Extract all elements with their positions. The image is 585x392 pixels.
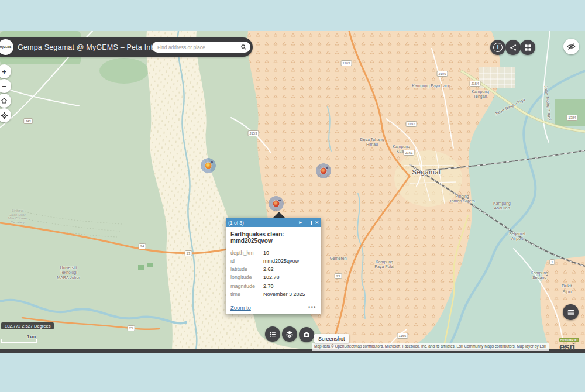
popup-field-row: latitude2.62 (230, 266, 316, 273)
popup-field-value: 102.78 (263, 274, 280, 281)
attribute-table-button[interactable] (563, 304, 579, 320)
more-options-icon[interactable]: ••• (308, 304, 316, 310)
road-shield: 23 (185, 250, 192, 256)
screenshot-button[interactable] (299, 327, 314, 342)
search-icon[interactable] (236, 42, 250, 53)
legend-list-icon (269, 331, 277, 338)
popup-field-row: depth_km10 (230, 250, 316, 256)
popup-dock-icon[interactable] (307, 221, 312, 225)
plus-icon: + (2, 67, 6, 76)
road-shield: 1163 (341, 60, 352, 66)
zoom-to-link[interactable]: Zoom to (230, 304, 251, 311)
popup-header: (1 of 3) ► × (226, 218, 321, 227)
road-shield: J43 (23, 118, 33, 124)
crosshair-icon (1, 112, 8, 119)
info-button[interactable]: i (490, 40, 505, 55)
popup-pointer (273, 212, 285, 218)
camera-icon (302, 331, 311, 339)
apps-button[interactable] (520, 40, 535, 55)
popup-field-label: latitude (230, 266, 263, 273)
scale-label: 1km (27, 334, 36, 339)
hide-ui-button[interactable] (563, 39, 579, 54)
eye-slash-icon (567, 42, 576, 51)
popup-title: Earthquakes clean: mmd2025qvow (230, 230, 316, 247)
popup-field-row: timeNovember 3 2025 (230, 291, 316, 298)
road-shield: J154 (469, 81, 480, 87)
page-title: Gempa Segamat @ MyGEMS – Peta Interaktif (18, 37, 174, 57)
scale-bar (1, 339, 37, 343)
popup-field-value: 2.70 (263, 283, 274, 290)
road-shield: 24 (139, 243, 146, 249)
apps-grid-icon (524, 44, 532, 51)
share-icon (510, 44, 517, 51)
minus-icon: − (2, 82, 6, 91)
popup-field-row: idmmd2025qvow (230, 258, 316, 264)
popup-field-row: longitude102.78 (230, 274, 316, 281)
popup-field-label: id (230, 258, 263, 264)
search-box (152, 42, 250, 53)
search-input[interactable] (152, 44, 236, 50)
popup-field-value: 10 (263, 250, 269, 256)
home-icon (1, 97, 8, 104)
popup-field-label: magnitude (230, 283, 263, 290)
popup-next-icon[interactable]: ► (298, 221, 303, 225)
screenshot-tooltip: Screenshot (314, 334, 349, 343)
header-bar: Gempa Segamat @ MyGEMS – Peta Interaktif (0, 37, 253, 57)
esri-logo: POWERED BY esri (559, 333, 579, 352)
coordinates-readout: 102.772 2.527 Degrees (1, 322, 54, 329)
popup-field-label: time (230, 291, 263, 298)
legend-button[interactable] (265, 326, 280, 342)
layers-icon (285, 330, 294, 338)
road-shield: 1166 (397, 333, 408, 339)
attribution: Map data © OpenStreetMap contributors, M… (312, 343, 549, 351)
road-shield: 25 (128, 325, 135, 331)
share-button[interactable] (505, 40, 521, 55)
earthquake-marker-selected[interactable] (269, 196, 284, 211)
popup-field-label: longitude (230, 274, 263, 281)
app-window: Desa Tahang RimauKampung KuariKampung Te… (0, 0, 585, 392)
esri-wordmark: esri (559, 342, 579, 352)
table-icon (567, 308, 575, 317)
popup-field-value: November 3 2025 (263, 291, 305, 298)
earthquake-marker[interactable] (201, 158, 216, 173)
road-shield: 23 (335, 273, 342, 279)
road-shield: J190 (436, 71, 448, 77)
road-shield: 1384 (566, 115, 577, 121)
road-shield: J192 (405, 121, 417, 127)
popup-field-value: mmd2025qvow (263, 258, 299, 264)
popup-pager: (1 of 3) (228, 220, 244, 226)
popup-field-value: 2.62 (263, 266, 274, 273)
popup-field-row: magnitude2.70 (230, 283, 316, 290)
road-shield: 1 (549, 259, 555, 265)
popup-field-label: depth_km (230, 250, 263, 256)
popup-fields: depth_km10idmmd2025qvowlatitude2.62longi… (230, 250, 316, 298)
road-shield: J161 (403, 150, 414, 156)
road-shield: J153 (247, 130, 259, 136)
earthquake-marker[interactable] (316, 163, 331, 178)
feature-popup: (1 of 3) ► × Earthquakes clean: mmd2025q… (226, 218, 321, 314)
info-icon: i (493, 43, 503, 52)
popup-close-icon[interactable]: × (315, 219, 319, 226)
layers-button[interactable] (282, 326, 297, 342)
